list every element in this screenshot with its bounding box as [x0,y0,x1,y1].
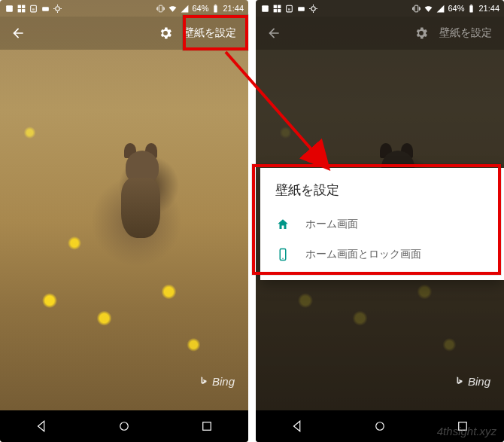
bing-attribution: Bing [454,374,490,388]
svg-rect-25 [471,5,472,5]
set-wallpaper-dialog: 壁紙を設定 ホーム画面 ホーム画面とロック画面 [260,168,504,280]
signal-icon [436,4,445,14]
set-wallpaper-button[interactable]: 壁紙を設定 [433,22,498,44]
phone-icon [275,247,290,262]
svg-point-12 [120,422,129,431]
nav-home-button[interactable] [365,411,395,441]
battery-percent: 64% [448,4,464,13]
svg-text:e: e [32,6,35,11]
svg-point-28 [376,422,384,431]
svg-rect-16 [278,5,281,8]
dialog-title: 壁紙を設定 [275,181,489,199]
status-icon [17,4,26,14]
bing-label: Bing [468,375,490,388]
navigation-bar [0,410,248,442]
dialog-option-home-lock[interactable]: ホーム画面とロック画面 [275,239,489,270]
wifi-icon [168,4,178,14]
status-icon: e [284,4,294,14]
status-icon [5,4,14,14]
status-icon [272,4,282,14]
svg-rect-0 [6,5,13,12]
battery-icon [466,4,476,14]
settings-gear-button[interactable] [409,21,433,45]
battery-percent: 64% [192,4,208,13]
svg-rect-15 [274,5,277,8]
status-icon: e [29,4,38,14]
svg-rect-18 [278,9,281,12]
svg-point-22 [311,6,315,10]
status-bar: e 64% 21:44 [0,0,248,17]
bing-logo-icon [454,374,465,388]
svg-rect-23 [415,5,418,12]
wifi-icon [424,4,433,14]
svg-text:e: e [288,6,290,11]
screen-wallpaper-target-dialog: e 64% 21:44 壁紙を設定 [256,0,504,442]
svg-rect-4 [22,9,25,12]
svg-rect-13 [203,422,211,431]
app-bar: 壁紙を設定 [0,17,248,50]
svg-rect-10 [214,5,217,12]
vibrate-icon [156,4,165,14]
navigation-bar [256,410,504,442]
svg-rect-3 [18,9,21,12]
svg-rect-29 [459,422,467,431]
back-button[interactable] [262,21,286,45]
svg-rect-14 [262,5,269,12]
dialog-option-label: ホーム画面 [305,218,358,231]
home-icon [275,217,290,232]
svg-rect-17 [274,9,277,12]
status-icon [308,4,318,14]
vibrate-icon [411,4,421,14]
bing-logo-icon [199,374,209,388]
settings-gear-button[interactable] [153,21,178,45]
status-icon [296,4,306,14]
nav-back-button[interactable] [282,411,312,441]
svg-point-8 [56,6,59,10]
svg-rect-9 [159,5,162,12]
svg-rect-24 [470,5,473,12]
clock: 21:44 [223,4,244,13]
dialog-option-label: ホーム画面とロック画面 [305,248,421,261]
status-icon [260,4,270,14]
signal-icon [180,4,190,14]
svg-rect-11 [215,5,217,5]
set-wallpaper-button[interactable]: 壁紙を設定 [178,22,242,44]
status-icon [53,4,62,14]
wallpaper-subject-fox [112,151,172,241]
status-bar: e 64% 21:44 [256,0,504,17]
svg-rect-2 [22,5,25,8]
svg-rect-1 [18,5,21,8]
dialog-option-home[interactable]: ホーム画面 [275,209,489,239]
clock: 21:44 [478,4,499,13]
svg-point-27 [282,258,284,260]
svg-rect-21 [298,7,305,11]
svg-rect-7 [42,7,49,11]
nav-back-button[interactable] [26,411,56,441]
screen-wallpaper-preview: e 64% 21:44 壁紙を設定 [0,0,248,442]
status-icon [41,4,50,14]
app-bar: 壁紙を設定 [256,17,504,50]
bing-attribution: Bing [199,374,235,388]
battery-icon [211,4,220,14]
nav-home-button[interactable] [109,411,139,441]
back-button[interactable] [6,21,30,45]
nav-recent-button[interactable] [448,411,478,441]
bing-label: Bing [212,375,235,388]
nav-recent-button[interactable] [192,411,222,441]
